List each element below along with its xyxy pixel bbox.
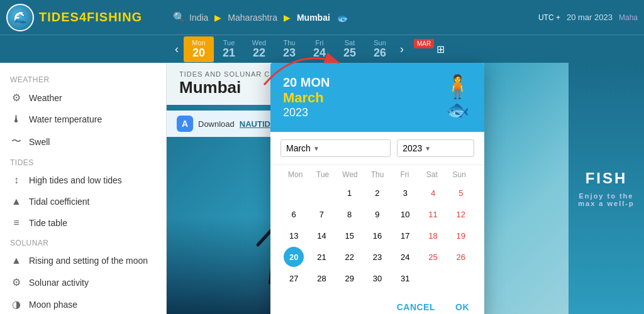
col-thu: Thu (364, 170, 391, 179)
cal-day[interactable]: 8 (340, 204, 360, 224)
month-dropdown-arrow: ▼ (313, 145, 319, 152)
cal-header-icons: 🧍 🐟 (443, 75, 472, 119)
cal-day[interactable]: 7 (311, 204, 331, 224)
calendar-modal: 20 MON March 2023 🧍 🐟 March ▼ 2023 ▼ (270, 63, 484, 314)
cal-day[interactable]: 21 (311, 247, 331, 267)
cal-day[interactable]: 11 (423, 204, 443, 224)
month-select[interactable]: March ▼ (280, 139, 391, 157)
col-fri: Fri (391, 170, 418, 179)
cal-day[interactable]: 28 (311, 268, 331, 288)
year-select[interactable]: 2023 ▼ (397, 139, 474, 157)
cal-day (284, 183, 304, 203)
cal-day[interactable]: 4 (423, 183, 443, 203)
calendar-overlay: 20 MON March 2023 🧍 🐟 March ▼ 2023 ▼ (0, 0, 644, 314)
cal-day[interactable]: 20 (284, 247, 304, 267)
col-tue: Tue (309, 170, 336, 179)
cal-day[interactable]: 13 (284, 225, 304, 246)
cal-day[interactable]: 6 (284, 204, 304, 224)
cal-day[interactable]: 31 (395, 268, 415, 288)
ok-button[interactable]: OK (450, 300, 474, 314)
cal-day (311, 183, 331, 203)
cal-day[interactable]: 16 (367, 225, 387, 246)
cal-day[interactable]: 15 (340, 225, 360, 246)
cal-header-date: 20 MON (283, 75, 330, 90)
cal-day[interactable]: 29 (340, 268, 360, 288)
year-select-label: 2023 (402, 143, 422, 153)
month-select-label: March (286, 143, 311, 153)
cal-header-year: 2023 (283, 106, 330, 119)
cal-day[interactable]: 19 (451, 225, 471, 246)
col-sun: Sun (446, 170, 473, 179)
cal-day[interactable]: 26 (451, 247, 471, 267)
cal-day[interactable]: 25 (423, 247, 443, 267)
cal-day[interactable]: 12 (451, 204, 471, 224)
col-mon: Mon (282, 170, 309, 179)
cal-day[interactable]: 27 (284, 268, 304, 288)
cal-day[interactable]: 3 (395, 183, 415, 203)
cal-day[interactable]: 17 (395, 225, 415, 246)
cal-day[interactable]: 1 (340, 183, 360, 203)
cal-day[interactable]: 24 (395, 247, 415, 267)
cal-day-headers: Mon Tue Wed Thu Fri Sat Sun (280, 170, 474, 179)
cal-day (451, 268, 471, 288)
cal-day[interactable]: 23 (367, 247, 387, 267)
cal-day[interactable]: 18 (423, 225, 443, 246)
cal-day[interactable]: 30 (367, 268, 387, 288)
cal-day[interactable]: 14 (311, 225, 331, 246)
cal-days: 1234567891011121314151617181920212223242… (280, 183, 474, 288)
cal-day[interactable]: 10 (395, 204, 415, 224)
col-sat: Sat (418, 170, 445, 179)
cal-header-month: March (283, 90, 330, 106)
cancel-button[interactable]: CANCEL (392, 300, 440, 314)
cal-day (423, 268, 443, 288)
col-wed: Wed (336, 170, 364, 179)
cal-header: 20 MON March 2023 🧍 🐟 (270, 63, 484, 132)
cal-day[interactable]: 5 (451, 183, 471, 203)
cal-day[interactable]: 2 (367, 183, 387, 203)
person-icon: 🧍 (443, 75, 472, 98)
cal-grid: Mon Tue Wed Thu Fri Sat Sun 123456789101… (270, 165, 484, 293)
cal-footer: CANCEL OK (270, 293, 484, 314)
cal-day[interactable]: 9 (367, 204, 387, 224)
cal-day[interactable]: 22 (340, 247, 360, 267)
cal-selectors: March ▼ 2023 ▼ (270, 132, 484, 165)
year-dropdown-arrow: ▼ (425, 145, 431, 152)
fish-icon: 🐟 (446, 100, 469, 119)
